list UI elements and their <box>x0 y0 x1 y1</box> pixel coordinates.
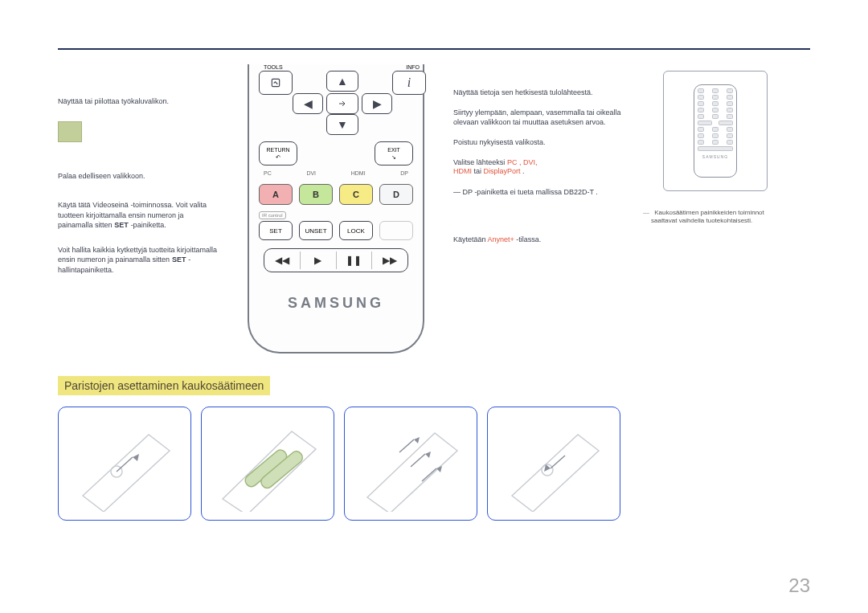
label-info: INFO <box>406 64 420 70</box>
info-button[interactable]: i <box>392 71 426 95</box>
label-dp: DP <box>400 170 408 176</box>
anno-dp-b: DP <box>463 188 473 196</box>
anno-set-red: Videoseinä <box>92 201 128 209</box>
left-annotations: Näyttää tai piilottaa työkaluvalikon. Pa… <box>58 64 219 353</box>
label-pc: PC <box>264 170 272 176</box>
media-bar: ◀◀ ▶ ❚❚ ▶▶ <box>264 248 408 272</box>
anno-tools: Näyttää tai piilottaa työkaluvalikon. <box>58 97 169 105</box>
battery-step2-illustration <box>211 415 324 512</box>
exit-label: EXIT <box>387 147 400 153</box>
top-rule <box>58 48 810 50</box>
anno-src-or: tai <box>474 167 484 175</box>
battery-step-3 <box>344 407 477 521</box>
label-dvi: DVI <box>306 170 316 176</box>
return-label: RETURN <box>266 147 289 153</box>
label-hdmi: HDMI <box>351 170 366 176</box>
battery-step-4 <box>487 407 620 521</box>
anno-src-pc: PC <box>507 158 518 166</box>
ir-control-label: IR control <box>259 211 286 219</box>
anno-src-end: . <box>522 167 525 175</box>
anno-anynet-b: -tilassa. <box>516 235 541 243</box>
anno-set-after: -painiketta. <box>131 221 166 229</box>
anno-src-a: Valitse lähteeksi <box>453 158 507 166</box>
mini-brand: SAMSUNG <box>698 154 733 159</box>
tools-button[interactable] <box>259 71 293 95</box>
remote-thumbnail-frame: SAMSUNG <box>663 71 768 191</box>
label-tools: TOOLS <box>264 64 283 70</box>
battery-step3-illustration <box>354 415 467 512</box>
ffwd-button[interactable]: ▶▶ <box>372 255 407 266</box>
remote-control: TOOLS ▲ ◀ ▶ ▼ <box>248 64 424 353</box>
right-annotations: Näyttää tietoja sen hetkisestä tulolähte… <box>453 64 630 353</box>
dpad-down[interactable]: ▼ <box>326 114 358 135</box>
anno-dp-dash: ― <box>453 188 461 196</box>
anno-exit: Poistuu nykyisestä valikosta. <box>453 138 546 146</box>
aside-note-dash: ― <box>643 209 649 216</box>
exit-button[interactable]: EXIT ↘ <box>375 141 413 166</box>
color-B-button[interactable]: B <box>299 184 333 205</box>
unset-button[interactable]: UNSET <box>299 221 333 240</box>
page-number: 23 <box>788 574 810 597</box>
dpad-left[interactable]: ◀ <box>293 93 323 114</box>
section-title: Paristojen asettaminen kaukosäätimeen <box>58 376 270 395</box>
dpad-right[interactable]: ▶ <box>362 93 392 114</box>
battery-step1-illustration <box>68 415 181 512</box>
anno-src-hdmi: HDMI <box>453 167 472 175</box>
anno-info: Näyttää tietoja sen hetkisestä tulolähte… <box>453 88 593 96</box>
pause-button[interactable]: ❚❚ <box>337 255 372 266</box>
color-swatch <box>58 121 82 142</box>
blank-button <box>379 221 413 240</box>
anno-dp-d: DB22D-T <box>563 188 593 196</box>
battery-step-1 <box>58 407 191 521</box>
aside-note: ― Kaukosäätimen painikkeiden toiminnot s… <box>643 209 788 226</box>
color-A-button[interactable]: A <box>259 184 293 205</box>
anno-anynet-a: Käytetään <box>453 235 488 243</box>
return-arrow-icon: ↶ <box>276 154 280 161</box>
anno-src-dvi: , DVI, <box>519 158 538 166</box>
remote-brand: SAMSUNG <box>259 295 413 312</box>
anno-return: Palaa edelliseen valikkoon. <box>58 172 145 180</box>
lock-button[interactable]: LOCK <box>339 221 373 240</box>
anno-src-dport: DisplayPort <box>484 167 521 175</box>
dpad-up[interactable]: ▲ <box>326 71 358 92</box>
battery-step-2 <box>201 407 334 521</box>
set-button[interactable]: SET <box>259 221 293 240</box>
anno-dp-c: -painiketta ei tueta mallissa <box>474 188 562 196</box>
return-button[interactable]: RETURN ↶ <box>259 141 297 166</box>
color-C-button[interactable]: C <box>339 184 373 205</box>
anno-anynet: Anynet+ <box>488 235 514 243</box>
dpad-enter[interactable] <box>326 93 358 114</box>
anno-set-prefix: Käytä tätä <box>58 201 91 209</box>
color-D-button[interactable]: D <box>379 184 413 205</box>
remote-thumbnail: SAMSUNG <box>694 84 737 178</box>
anno-dp-e: . <box>596 188 598 196</box>
anno-unset-prefix: Voit hallita kaikkia kytkettyjä tuotteit… <box>58 246 217 264</box>
exit-arrow-icon: ↘ <box>391 154 396 161</box>
anno-unset-setword: SET <box>172 255 186 264</box>
rewind-button[interactable]: ◀◀ <box>264 255 300 266</box>
aside-note-text: Kaukosäätimen painikkeiden toiminnot saa… <box>651 209 764 224</box>
anno-dpad: Siirtyy ylempään, alempaan, vasemmalla t… <box>453 108 621 125</box>
play-button[interactable]: ▶ <box>301 255 336 266</box>
battery-steps-row <box>58 407 810 521</box>
anno-set-setword: SET <box>114 221 129 229</box>
battery-step4-illustration <box>497 415 610 512</box>
